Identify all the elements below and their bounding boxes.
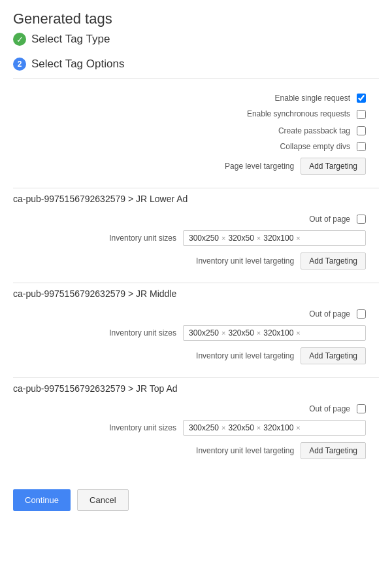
- ad-unit-lower-ad-add-targeting-button[interactable]: Add Targeting: [301, 252, 366, 269]
- footer-buttons: Continue Cancel: [13, 483, 379, 511]
- ad-unit-lower-ad-out-of-page-label: Out of page: [246, 215, 350, 224]
- ad-unit-top-ad: ca-pub-9975156792632579 > JR Top Ad Out …: [13, 377, 379, 470]
- ad-unit-lower-ad-targeting-label: Inventory unit level targeting: [189, 256, 294, 266]
- ad-unit-lower-ad-targeting-row: Inventory unit level targeting Add Targe…: [26, 252, 379, 269]
- ad-unit-lower-ad-sizes-input: 300x250 ×320x50 ×320x100 ×: [183, 230, 366, 246]
- ad-unit-top-ad-add-targeting-button[interactable]: Add Targeting: [301, 442, 366, 459]
- size-remove-lower-ad-0[interactable]: ×: [221, 234, 225, 242]
- size-tag-top-ad-0: 300x250 ×: [189, 423, 225, 432]
- ad-unit-top-ad-header: ca-pub-9975156792632579 > JR Top Ad: [13, 377, 379, 398]
- step2-label: Select Tag Options: [31, 58, 124, 71]
- page-title: Generated tags: [13, 10, 379, 27]
- ad-unit-middle-sizes-row: Inventory unit sizes300x250 ×320x50 ×320…: [26, 325, 379, 341]
- create-passback-checkbox[interactable]: [357, 126, 366, 135]
- size-remove-lower-ad-2[interactable]: ×: [296, 234, 300, 242]
- page-level-targeting-label: Page level targeting: [189, 162, 294, 171]
- ad-unit-middle-targeting-row: Inventory unit level targeting Add Targe…: [26, 347, 379, 364]
- divider-top: [13, 78, 379, 79]
- size-tag-top-ad-1: 320x50 ×: [228, 423, 261, 432]
- ad-unit-middle-out-of-page-row: Out of page: [26, 309, 379, 319]
- cancel-button[interactable]: Cancel: [77, 489, 128, 511]
- options-section: Enable single request Enable synchronous…: [13, 87, 379, 185]
- page-level-targeting-row: Page level targeting Add Targeting: [26, 158, 379, 175]
- ad-unit-lower-ad-out-of-page-checkbox[interactable]: [357, 215, 366, 224]
- ad-unit-top-ad-out-of-page-row: Out of page: [26, 404, 379, 413]
- create-passback-row: Create passback tag: [26, 126, 379, 135]
- ad-unit-lower-ad: ca-pub-9975156792632579 > JR Lower Ad Ou…: [13, 188, 379, 280]
- enable-single-request-label: Enable single request: [246, 94, 350, 103]
- size-remove-middle-0[interactable]: ×: [221, 329, 225, 337]
- size-tag-middle-1: 320x50 ×: [228, 328, 261, 338]
- ad-unit-middle-sizes-label: Inventory unit sizes: [72, 328, 176, 338]
- step1-row: ✓ Select Tag Type: [13, 33, 379, 46]
- ad-unit-lower-ad-sizes-row: Inventory unit sizes300x250 ×320x50 ×320…: [26, 230, 379, 246]
- step1-check-icon: ✓: [13, 33, 26, 46]
- size-remove-top-ad-2[interactable]: ×: [296, 424, 300, 432]
- collapse-empty-checkbox[interactable]: [357, 142, 366, 151]
- size-tag-lower-ad-1: 320x50 ×: [228, 234, 261, 243]
- ad-unit-lower-ad-out-of-page-row: Out of page: [26, 215, 379, 224]
- step2-number: 2: [13, 58, 26, 71]
- enable-single-request-row: Enable single request: [26, 94, 379, 103]
- ad-unit-top-ad-sizes-row: Inventory unit sizes300x250 ×320x50 ×320…: [26, 420, 379, 436]
- size-remove-middle-1[interactable]: ×: [257, 329, 261, 337]
- size-remove-top-ad-0[interactable]: ×: [221, 424, 225, 432]
- collapse-empty-row: Collapse empty divs: [26, 142, 379, 151]
- ad-unit-top-ad-sizes-input: 300x250 ×320x50 ×320x100 ×: [183, 420, 366, 436]
- ad-unit-top-ad-targeting-row: Inventory unit level targeting Add Targe…: [26, 442, 379, 459]
- ad-unit-top-ad-out-of-page-checkbox[interactable]: [357, 404, 366, 413]
- create-passback-label: Create passback tag: [246, 126, 350, 135]
- ad-unit-middle-add-targeting-button[interactable]: Add Targeting: [301, 347, 366, 364]
- enable-synchronous-row: Enable synchronous requests: [26, 109, 379, 120]
- size-tag-top-ad-2: 320x100 ×: [263, 423, 300, 432]
- ad-unit-middle-targeting-label: Inventory unit level targeting: [189, 351, 294, 360]
- ad-unit-top-ad-sizes-label: Inventory unit sizes: [72, 423, 176, 432]
- size-remove-lower-ad-1[interactable]: ×: [257, 234, 261, 242]
- step1-label: Select Tag Type: [31, 33, 110, 46]
- size-tag-lower-ad-0: 300x250 ×: [189, 234, 225, 243]
- ad-unit-middle: ca-pub-9975156792632579 > JR Middle Out …: [13, 283, 379, 375]
- size-tag-middle-2: 320x100 ×: [263, 328, 300, 338]
- ad-unit-lower-ad-header: ca-pub-9975156792632579 > JR Lower Ad: [13, 188, 379, 208]
- page-level-add-targeting-button[interactable]: Add Targeting: [301, 158, 366, 175]
- ad-unit-top-ad-targeting-label: Inventory unit level targeting: [189, 446, 294, 455]
- ad-unit-middle-header: ca-pub-9975156792632579 > JR Middle: [13, 283, 379, 303]
- enable-single-request-checkbox[interactable]: [357, 94, 366, 103]
- collapse-empty-label: Collapse empty divs: [246, 142, 350, 151]
- continue-button[interactable]: Continue: [13, 489, 71, 511]
- size-remove-top-ad-1[interactable]: ×: [257, 424, 261, 432]
- ad-unit-middle-sizes-input: 300x250 ×320x50 ×320x100 ×: [183, 325, 366, 341]
- size-tag-lower-ad-2: 320x100 ×: [263, 234, 300, 243]
- enable-synchronous-label: Enable synchronous requests: [246, 109, 350, 120]
- ad-unit-middle-out-of-page-label: Out of page: [246, 309, 350, 319]
- ad-unit-middle-out-of-page-checkbox[interactable]: [357, 309, 366, 319]
- size-remove-middle-2[interactable]: ×: [296, 329, 300, 337]
- ad-unit-top-ad-out-of-page-label: Out of page: [246, 404, 350, 413]
- ad-units-container: ca-pub-9975156792632579 > JR Lower Ad Ou…: [13, 188, 379, 470]
- enable-synchronous-checkbox[interactable]: [357, 110, 366, 119]
- ad-unit-lower-ad-sizes-label: Inventory unit sizes: [72, 234, 176, 243]
- step2-row: 2 Select Tag Options: [13, 58, 379, 71]
- size-tag-middle-0: 300x250 ×: [189, 328, 225, 338]
